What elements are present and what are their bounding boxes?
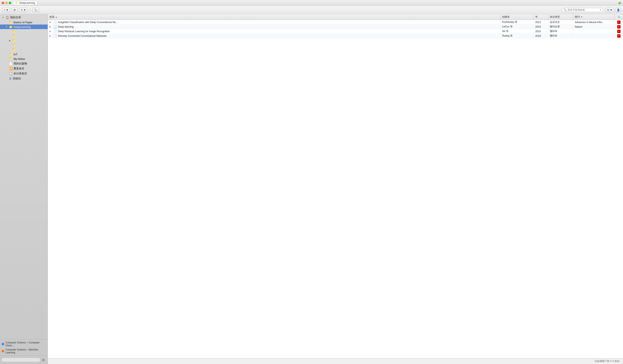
sidebar-item-iot[interactable]: 📁 IoT <box>0 52 47 57</box>
sync-button[interactable]: ↻ ▼ <box>605 8 614 12</box>
cell-journal-2: Nature <box>573 24 615 29</box>
sidebar-item-my-notes[interactable]: 📁 My Notes <box>0 57 47 61</box>
status-bar: 当前视图下有 4 个条目 <box>48 358 623 364</box>
cell-type-4: 预印本 <box>548 34 573 38</box>
cell-journal-4 <box>573 34 615 38</box>
dropdown-arrow2: ▼ <box>23 8 26 11</box>
notes-disclosure[interactable] <box>5 57 8 60</box>
sidebar-item-sub5[interactable]: 📁 <box>0 47 47 52</box>
sidebar-item-sub3[interactable]: ▶ 📁 <box>0 38 47 43</box>
account-button[interactable]: 👤 <box>616 8 621 12</box>
close-button[interactable] <box>2 2 4 4</box>
year-4: 2018 <box>535 35 541 37</box>
table-row[interactable]: ▶ 📄 ImageNet Classification with Deep Co… <box>48 20 623 24</box>
sub3-disclosure[interactable]: ▶ <box>8 39 11 42</box>
expand-4[interactable]: ▶ <box>49 35 52 37</box>
cell-year-3: 2015 <box>534 29 548 33</box>
dropdown-arrow3: ▼ <box>610 8 612 11</box>
sidebar-item-deeplearning[interactable]: ▼ 📁 DeepLearning <box>0 24 47 29</box>
expand-2[interactable]: ▶ <box>49 25 52 28</box>
sidebar: ▼ 🏠 我的文库 📁 Basics of Paper ▼ 📁 DeepLearn… <box>0 14 48 364</box>
column-header-type[interactable]: 条目类型 <box>548 14 573 20</box>
cell-journal-3 <box>573 29 615 33</box>
sub5-disclosure[interactable] <box>8 48 11 51</box>
sidebar-item-sub2[interactable]: 📁 <box>0 34 47 38</box>
dup-disclosure[interactable] <box>5 67 8 70</box>
minimize-button[interactable] <box>5 2 8 4</box>
column-header-attachment[interactable]: 📎 <box>615 14 623 20</box>
title-2: Deep learning <box>58 25 74 28</box>
sidebar-search-input[interactable] <box>2 358 40 362</box>
sidebar-item-library[interactable]: ▼ 🏠 我的文库 <box>0 15 47 20</box>
pdf-icon-1[interactable]: P <box>617 21 621 24</box>
sidebar-item-sub1[interactable]: 📁 <box>0 29 47 34</box>
tag-dot-cv <box>2 343 4 345</box>
maximize-button[interactable] <box>9 2 11 4</box>
cell-attachment-2: P <box>615 24 623 29</box>
content-area: 标题 ▲ 创建者 年 条目类型 期刊 ▼ 📎 <box>48 14 623 364</box>
status-text: 当前视图下有 4 个条目 <box>595 360 620 363</box>
tag-computer-vision[interactable]: Computer Science – Computer Vision ... <box>0 341 47 348</box>
column-header-author[interactable]: 创建者 <box>500 14 534 20</box>
search-input[interactable] <box>568 8 599 11</box>
unfiled-disclosure[interactable] <box>5 72 8 75</box>
sidebar-item-sub4[interactable]: 📁 <box>0 43 47 47</box>
dup-icon: 🔁 <box>9 67 12 70</box>
table-row[interactable]: ▶ 📄 Densely Connected Convolutional Netw… <box>48 34 623 38</box>
iot-disclosure[interactable] <box>5 53 8 56</box>
search-bar[interactable]: 🔍 ▼ <box>562 8 603 12</box>
cell-year-2: 2015 <box>534 24 548 29</box>
library-label: 我的文库 <box>10 16 46 19</box>
sort-arrow-title: ▲ <box>55 16 57 18</box>
sidebar-item-duplicates[interactable]: 🔁 重复条目 <box>0 66 47 71</box>
cell-title-3: ▶ 📄 Deep Residual Learning for Image Rec… <box>48 29 500 33</box>
toolbar: + ▼ ⚙ ✎ ▼ 🔍 🔍 ▼ ↻ ▼ 👤 <box>0 6 623 14</box>
grid-view-button[interactable]: ⊞ <box>41 357 46 362</box>
sub1-disclosure[interactable] <box>8 30 11 33</box>
toolbar-separator-1 <box>30 8 30 12</box>
pdf-icon-3[interactable]: P <box>617 30 621 33</box>
sidebar-item-publications[interactable]: 📄 我的出版物 <box>0 61 47 66</box>
table-row[interactable]: ▶ 📄 Deep Residual Learning for Image Rec… <box>48 29 623 34</box>
dropdown-arrow: ▼ <box>6 8 8 11</box>
basics-label: Basics of Paper <box>14 21 46 24</box>
column-header-year[interactable]: 年 <box>534 14 548 20</box>
expand-1[interactable]: ▶ <box>49 21 52 23</box>
deeplearning-disclosure[interactable]: ▼ <box>5 25 8 28</box>
sidebar-item-unfiled[interactable]: 📋 未分类条目 <box>0 71 47 76</box>
trash-disclosure[interactable] <box>5 77 8 80</box>
tag-machine-learning[interactable]: Computer Science – Machine Learning <box>0 348 47 355</box>
magnify-icon: 🔍 <box>34 8 37 11</box>
basics-disclosure[interactable] <box>5 21 8 24</box>
expand-3[interactable]: ▶ <box>49 30 52 32</box>
cell-type-1: 会议论文 <box>548 20 573 24</box>
sub2-disclosure[interactable] <box>8 35 11 37</box>
sidebar-items: ▼ 🏠 我的文库 📁 Basics of Paper ▼ 📁 DeepLearn… <box>0 14 47 340</box>
cell-year-1: 2012 <box>534 20 548 24</box>
magnify-button[interactable]: 🔍 <box>32 8 39 12</box>
sidebar-item-basics-of-paper[interactable]: 📁 Basics of Paper <box>0 20 47 24</box>
table-row[interactable]: ▶ 📃 Deep learning LeCun 等 2015 期刊文章 Natu… <box>48 24 623 29</box>
column-header-title[interactable]: 标题 ▲ <box>48 14 500 20</box>
dup-label: 重复条目 <box>14 67 46 70</box>
add-button[interactable]: + ▼ <box>2 8 10 12</box>
sidebar-item-trash[interactable]: 🗑 回收站 <box>0 76 47 81</box>
col-author-label: 创建者 <box>502 15 510 19</box>
column-header-journal[interactable]: 期刊 ▼ <box>573 14 615 20</box>
trash-label: 回收站 <box>13 77 46 80</box>
library-disclosure[interactable]: ▼ <box>2 16 4 19</box>
cell-title-1: ▶ 📄 ImageNet Classification with Deep Co… <box>48 20 500 24</box>
type-4: 预印本 <box>550 34 557 38</box>
edit-button[interactable]: ✎ ▼ <box>19 8 28 12</box>
year-2: 2015 <box>535 25 541 28</box>
cell-author-1: Krizhevsky 等 <box>500 20 534 24</box>
manage-button[interactable]: ⚙ <box>12 8 18 12</box>
author-4: Huang 等 <box>502 34 513 38</box>
pdf-icon-2[interactable]: P <box>617 25 621 28</box>
title-1: ImageNet Classification with Deep Convol… <box>58 21 118 24</box>
pdf-icon-4[interactable]: P <box>617 34 621 38</box>
pub-disclosure[interactable] <box>5 62 8 65</box>
sub4-disclosure[interactable] <box>8 44 11 46</box>
pub-icon: 📄 <box>9 62 12 65</box>
active-tab[interactable]: 📁 DeepLearning <box>13 1 37 5</box>
